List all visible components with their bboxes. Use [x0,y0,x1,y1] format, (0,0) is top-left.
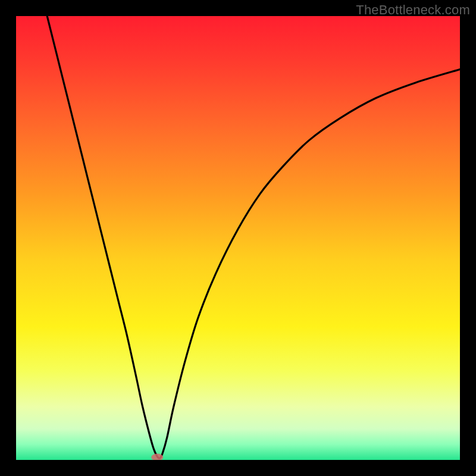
chart-frame [16,16,460,460]
chart-background [16,16,460,460]
chart-svg [16,16,460,460]
watermark-text: TheBottleneck.com [356,2,470,18]
